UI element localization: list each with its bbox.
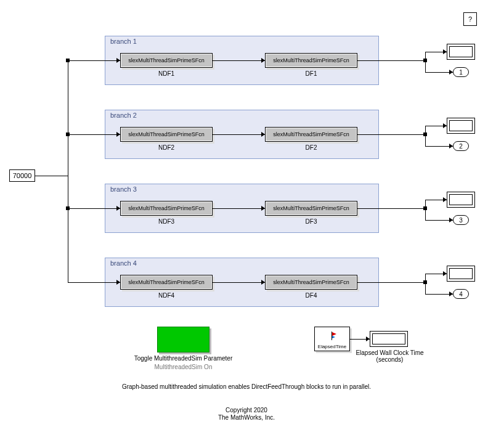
toggle-switch[interactable] <box>157 327 209 352</box>
constant-block[interactable]: 70000 <box>9 169 35 182</box>
sfcn-label: NDF1 <box>142 70 191 77</box>
display-caption: Elapsed Wall Clock Time (seconds) <box>354 349 425 363</box>
signal-line <box>68 60 68 282</box>
signal-line <box>68 60 120 61</box>
branch-title: branch 3 <box>110 185 137 193</box>
arrow-icon <box>443 271 447 276</box>
display-screen <box>372 333 405 344</box>
help-icon: ? <box>468 15 472 23</box>
arrow-icon <box>116 280 120 285</box>
signal-line <box>425 126 426 134</box>
scope-block[interactable] <box>447 118 475 134</box>
signal-line <box>213 134 265 135</box>
scope-block[interactable] <box>447 44 475 60</box>
signal-line <box>213 208 265 209</box>
sfcn-block[interactable]: slexMultiThreadSimPrimeSFcn <box>120 53 213 68</box>
toggle-caption: Toggle MultithreadedSim Parameter <box>129 355 237 362</box>
sfcn-label: NDF3 <box>142 218 191 225</box>
display-block[interactable] <box>370 331 408 347</box>
scope-block[interactable] <box>447 192 475 208</box>
arrow-icon <box>261 206 265 211</box>
arrow-icon <box>261 132 265 137</box>
outport-block[interactable]: 1 <box>453 67 469 77</box>
signal-line <box>425 208 426 220</box>
signal-line <box>357 60 425 61</box>
outport-number: 4 <box>459 291 463 298</box>
sfcn-block[interactable]: slexMultiThreadSimPrimeSFcn <box>265 275 357 290</box>
sfcn-text: slexMultiThreadSimPrimeSFcn <box>273 279 349 285</box>
toggle-status: MultithreadedSim On <box>129 364 237 370</box>
signal-line <box>357 208 425 209</box>
sfcn-label: DF4 <box>287 292 336 299</box>
footer-company: The MathWorks, Inc. <box>92 414 401 421</box>
signal-line <box>357 134 425 135</box>
arrow-icon <box>449 144 453 149</box>
arrow-icon <box>443 123 447 128</box>
arrow-icon <box>261 58 265 63</box>
sfcn-text: slexMultiThreadSimPrimeSFcn <box>273 131 349 137</box>
outport-block[interactable]: 4 <box>453 289 469 299</box>
signal-line <box>213 282 265 283</box>
arrow-icon <box>443 197 447 202</box>
branch-title: branch 4 <box>110 259 137 267</box>
sfcn-text: slexMultiThreadSimPrimeSFcn <box>273 57 349 63</box>
signal-line <box>68 208 120 209</box>
sfcn-text: slexMultiThreadSimPrimeSFcn <box>128 205 205 211</box>
arrow-icon <box>261 280 265 285</box>
signal-line <box>425 60 426 72</box>
signal-line <box>68 282 120 283</box>
elapsed-block-text: ElapsedTime <box>318 344 346 349</box>
signal-line <box>35 176 68 176</box>
signal-line <box>425 274 426 282</box>
scope-block[interactable] <box>447 266 475 282</box>
signal-line <box>425 282 426 294</box>
footer-copyright: Copyright 2020 <box>92 407 401 413</box>
sfcn-block[interactable]: slexMultiThreadSimPrimeSFcn <box>265 53 357 68</box>
arrow-icon <box>449 291 453 296</box>
scope-screen <box>449 268 473 279</box>
branch-title: branch 2 <box>110 112 137 119</box>
scope-screen <box>449 46 473 57</box>
signal-line <box>425 200 426 208</box>
help-button[interactable]: ? <box>463 12 477 26</box>
signal-line <box>213 60 265 61</box>
outport-number: 2 <box>459 143 463 150</box>
scope-screen <box>449 194 473 205</box>
flag-icon <box>327 332 337 341</box>
sfcn-block[interactable]: slexMultiThreadSimPrimeSFcn <box>120 201 213 216</box>
arrow-icon <box>449 70 453 75</box>
footer-description: Graph-based multithreaded simulation ena… <box>92 383 401 390</box>
arrow-icon <box>116 132 120 137</box>
sfcn-label: NDF4 <box>142 292 191 299</box>
arrow-icon <box>116 58 120 63</box>
constant-value: 70000 <box>13 172 32 179</box>
outport-number: 1 <box>459 69 463 76</box>
outport-block[interactable]: 2 <box>453 141 469 151</box>
signal-line <box>425 134 426 146</box>
sfcn-text: slexMultiThreadSimPrimeSFcn <box>128 57 205 63</box>
signal-line <box>425 52 426 60</box>
sfcn-label: NDF2 <box>142 144 191 151</box>
arrow-icon <box>116 206 120 211</box>
arrow-icon <box>449 218 453 222</box>
sfcn-block[interactable]: slexMultiThreadSimPrimeSFcn <box>120 275 213 290</box>
arrow-icon <box>366 336 370 341</box>
sfcn-block[interactable]: slexMultiThreadSimPrimeSFcn <box>265 127 357 142</box>
sfcn-text: slexMultiThreadSimPrimeSFcn <box>273 205 349 211</box>
sfcn-label: DF3 <box>287 218 336 225</box>
sfcn-text: slexMultiThreadSimPrimeSFcn <box>128 131 205 137</box>
sfcn-label: DF2 <box>287 144 336 151</box>
sfcn-block[interactable]: slexMultiThreadSimPrimeSFcn <box>120 127 213 142</box>
signal-line <box>357 282 425 283</box>
outport-block[interactable]: 3 <box>453 215 469 225</box>
scope-screen <box>449 120 473 131</box>
branch-title: branch 1 <box>110 38 137 45</box>
signal-line <box>68 134 120 135</box>
sfcn-text: slexMultiThreadSimPrimeSFcn <box>128 279 205 285</box>
arrow-icon <box>443 49 447 54</box>
sfcn-block[interactable]: slexMultiThreadSimPrimeSFcn <box>265 201 357 216</box>
outport-number: 3 <box>459 217 463 224</box>
sfcn-label: DF1 <box>287 70 336 77</box>
elapsed-time-block[interactable]: ElapsedTime <box>314 327 350 351</box>
